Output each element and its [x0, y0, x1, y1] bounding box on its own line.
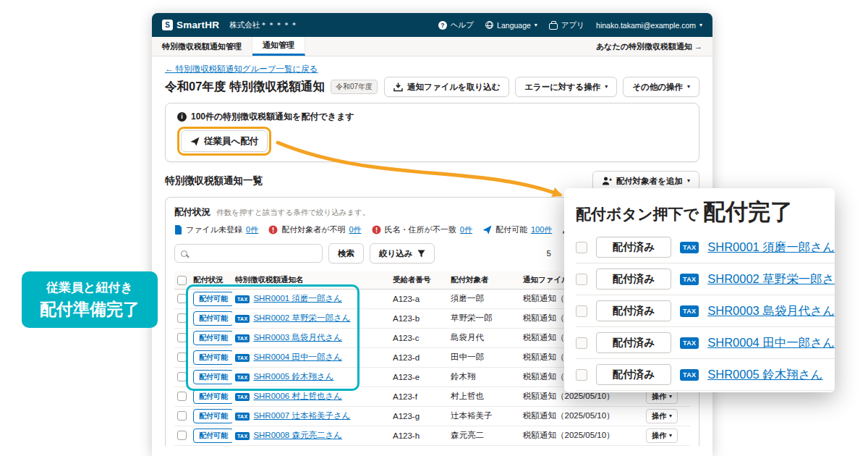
notice-file: 税額通知（2025/05/10） [520, 426, 643, 445]
app-header: S SmartHR 株式会社＊＊＊＊＊ ? ヘルプ Language ▾ アプリ… [152, 13, 712, 37]
notice-link[interactable]: SHR0003 島袋月代さん [253, 333, 342, 342]
recipient-number: A123-g [390, 406, 448, 426]
filter-button[interactable]: 絞り込み [370, 243, 435, 263]
row-action-button[interactable]: 操作▾ [646, 428, 678, 443]
row-checkbox[interactable] [177, 294, 187, 303]
row-checkbox[interactable] [177, 392, 187, 401]
info-icon: i [177, 112, 187, 122]
action-label: 操作 [652, 411, 666, 421]
notice-link[interactable]: SHR0004 田中一郎さん [253, 352, 342, 361]
search-button[interactable]: 検索 [328, 243, 364, 263]
notice-file: 税額通知（2025/05/10） [520, 406, 643, 426]
distributed-badge: 配付済み [596, 364, 671, 385]
distribute-button[interactable]: 従業員へ配付 [181, 130, 268, 152]
overlay-checkbox[interactable] [576, 274, 587, 285]
filter-name-address-mismatch: 氏名・住所が不一致 0件 [372, 224, 472, 235]
overlay-title-emphasis: 配付完了 [703, 197, 793, 227]
row-checkbox[interactable] [177, 431, 187, 440]
tab-notice-management[interactable]: 通知管理 [252, 37, 305, 56]
distributed-badge: 配付済み [596, 237, 671, 258]
overlay-checkbox[interactable] [576, 337, 587, 349]
search-icon [181, 250, 187, 257]
filter-recipient-unknown: 配付対象者が不明 0件 [268, 224, 361, 235]
overlay-row: 配付済み TAX SHR0002 草野栄一郎さん [576, 263, 835, 295]
row-checkbox[interactable] [177, 372, 187, 381]
search-label: 検索 [338, 248, 354, 259]
chevron-down-icon: ▾ [605, 84, 608, 90]
notice-link[interactable]: SHR0005 鈴木翔さん [253, 372, 333, 381]
notice-link[interactable]: SHR0004 田中一郎さん [707, 335, 835, 351]
row-checkbox[interactable] [177, 333, 187, 342]
tax-icon: TAX [680, 369, 699, 381]
tax-icon: TAX [235, 295, 250, 303]
recipient-name: 島袋月代 [448, 328, 520, 347]
overlay-checkbox[interactable] [576, 305, 587, 317]
apps-link[interactable]: アプリ [549, 20, 584, 30]
table-row: 配付可能 TAXSHR0008 森元亮二さん A123-h 森元亮二 税額通知（… [174, 426, 690, 445]
filter-file-unregistered: ファイル未登録 0件 [174, 224, 258, 235]
language-menu[interactable]: Language ▾ [485, 21, 537, 30]
chevron-down-icon: ▾ [687, 178, 690, 184]
recipient-name: 森元亮二 [448, 426, 520, 445]
tax-icon: TAX [680, 337, 699, 349]
notice-link[interactable]: SHR0002 草野栄一郎さん [707, 271, 835, 287]
select-all-checkbox[interactable] [177, 276, 187, 285]
notice-link[interactable]: SHR0002 草野栄一郎さん [253, 313, 350, 322]
filter-distributable: 配付可能 100件 [482, 224, 552, 235]
error-actions-button[interactable]: エラーに対する操作 ▾ [515, 77, 617, 97]
add-recipients-label: 配付対象者を追加 [616, 176, 683, 187]
row-action-button[interactable]: 操作▾ [646, 409, 678, 423]
alert-icon [372, 225, 381, 235]
other-actions-button[interactable]: その他の操作 ▾ [623, 77, 699, 97]
status-badge: 配付可能 [193, 350, 232, 365]
overlay-checkbox[interactable] [576, 242, 587, 253]
overlay-checkbox[interactable] [576, 369, 587, 381]
callout-line1: 従業員と紐付き [46, 279, 133, 296]
help-link[interactable]: ? ヘルプ [438, 20, 474, 30]
ready-callout: 従業員と紐付き 配付準備完了 [22, 271, 158, 328]
chevron-down-icon: ▾ [669, 394, 672, 400]
row-checkbox[interactable] [177, 411, 187, 421]
notice-link[interactable]: SHR0001 須磨一郎さん [707, 240, 835, 256]
import-file-button[interactable]: 通知ファイルを取り込む [384, 77, 509, 97]
tab-bar: 特別徴収税額通知管理 通知管理 あなたの特別徴収税額通知 → [152, 37, 712, 56]
tab-tax-notice-admin[interactable]: 特別徴収税額通知管理 [152, 37, 252, 56]
filter-count-link[interactable]: 0件 [246, 224, 258, 235]
back-link[interactable]: ← 特別徴収税額通知グループ一覧に戻る [165, 64, 318, 74]
filter-label: ファイル未登録 [186, 224, 242, 235]
filter-count-link[interactable]: 0件 [349, 224, 361, 235]
distributed-badge: 配付済み [596, 269, 671, 290]
col-recipient: 配付対象者 [448, 271, 520, 289]
distribute-button-highlight: 従業員へ配付 [177, 127, 271, 156]
account-menu[interactable]: hinako.takami@example.com ▾ [596, 21, 702, 30]
overlay-row: 配付済み TAX SHR0005 鈴木翔さん [576, 359, 835, 391]
overlay-row: 配付済み TAX SHR0001 須磨一郎さん [576, 232, 835, 263]
row-checkbox[interactable] [177, 352, 187, 362]
row-checkbox[interactable] [177, 313, 187, 323]
notice-link[interactable]: SHR0003 島袋月代さん [707, 303, 835, 319]
search-box [174, 244, 323, 263]
col-status: 配付状況 [190, 271, 232, 289]
notice-link[interactable]: SHR0006 村上哲也さん [253, 392, 342, 400]
account-email: hinako.takami@example.com [596, 21, 696, 30]
distributed-preview-panel: 配付ボタン押下で 配付完了 配付済み TAX SHR0001 須磨一郎さん 配付… [564, 188, 835, 392]
overlay-title-prefix: 配付ボタン押下で [576, 204, 699, 224]
alert-icon [268, 225, 278, 235]
notice-link[interactable]: SHR0005 鈴木翔さん [707, 367, 822, 383]
your-notice-link[interactable]: あなたの特別徴収税額通知 → [596, 37, 702, 56]
notice-link[interactable]: SHR0007 辻本裕美子さん [253, 411, 350, 420]
chevron-down-icon: ▾ [535, 22, 537, 28]
notice-link[interactable]: SHR0001 須磨一郎さん [253, 294, 342, 303]
file-icon [174, 225, 182, 235]
chevron-down-icon: ▾ [699, 22, 702, 28]
col-notice-name: 特別徴収税額通知名 [232, 271, 390, 289]
tax-icon: TAX [680, 242, 699, 253]
filter-count-link[interactable]: 100件 [531, 224, 552, 235]
filter-count-link[interactable]: 0件 [460, 224, 472, 235]
notice-link[interactable]: SHR0008 森元亮二さん [253, 431, 342, 439]
search-input[interactable] [192, 249, 316, 258]
filter-label: 配付対象者が不明 [281, 224, 345, 235]
smarthr-logo[interactable]: S SmartHR [162, 20, 219, 30]
recipient-name: 辻本裕美子 [448, 406, 520, 426]
help-icon: ? [438, 21, 447, 30]
